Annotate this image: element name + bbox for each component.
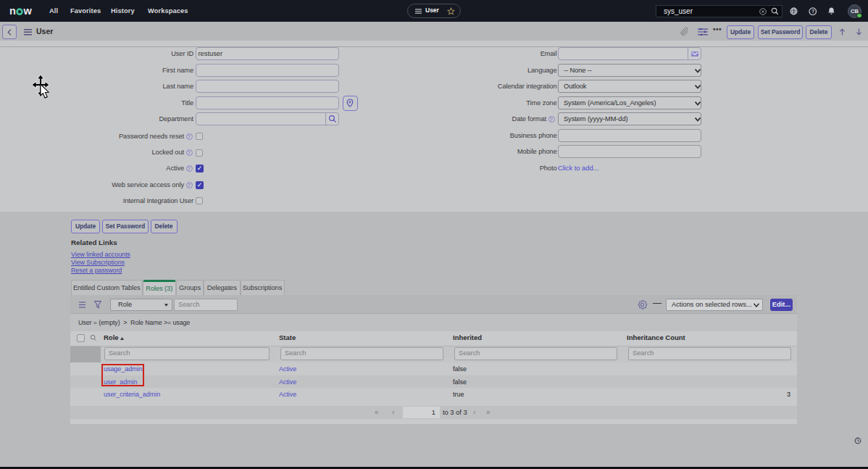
svg-text:w: w — [23, 5, 33, 17]
svg-text:n: n — [9, 5, 16, 17]
svg-text:?: ? — [811, 8, 815, 14]
